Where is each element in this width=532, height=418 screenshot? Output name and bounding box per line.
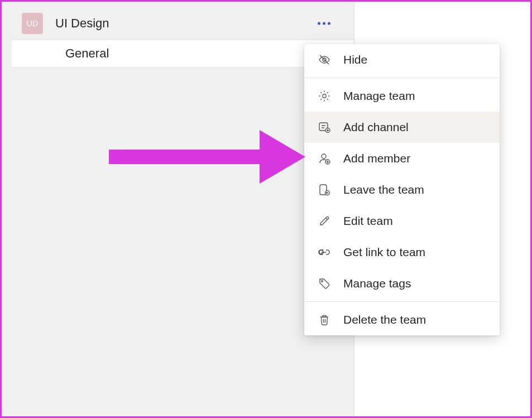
more-icon bbox=[328, 22, 330, 25]
menu-label: Manage tags bbox=[343, 277, 411, 290]
menu-label: Get link to team bbox=[343, 246, 425, 259]
hide-icon bbox=[318, 53, 331, 66]
more-options-button[interactable] bbox=[318, 22, 330, 25]
menu-label: Hide bbox=[343, 53, 367, 66]
team-context-menu: Hide Manage team bbox=[304, 44, 500, 335]
link-icon bbox=[318, 246, 331, 259]
team-name: UI Design bbox=[55, 16, 109, 31]
svg-point-16 bbox=[322, 281, 323, 282]
menu-label: Add member bbox=[343, 152, 410, 165]
menu-label: Edit team bbox=[343, 214, 393, 228]
menu-item-edit-team[interactable]: Edit team bbox=[304, 205, 500, 237]
app-frame: UD UI Design General bbox=[0, 0, 532, 418]
add-channel-icon bbox=[318, 121, 331, 134]
menu-item-get-link[interactable]: Get link to team bbox=[304, 237, 500, 268]
svg-point-9 bbox=[322, 154, 326, 158]
menu-label: Manage team bbox=[343, 89, 415, 103]
gear-icon bbox=[318, 89, 331, 103]
more-icon bbox=[323, 22, 325, 25]
menu-item-manage-tags[interactable]: Manage tags bbox=[304, 268, 500, 299]
menu-separator bbox=[304, 301, 500, 302]
svg-line-15 bbox=[326, 218, 328, 220]
menu-item-leave-team[interactable]: Leave the team bbox=[304, 174, 500, 205]
channel-row-general[interactable]: General bbox=[12, 40, 354, 68]
tag-icon bbox=[318, 277, 331, 290]
svg-point-2 bbox=[323, 94, 326, 98]
teams-sidebar: UD UI Design General bbox=[2, 2, 354, 416]
trash-icon bbox=[318, 313, 331, 326]
channel-name: General bbox=[65, 46, 109, 61]
pencil-icon bbox=[318, 214, 331, 228]
menu-label: Leave the team bbox=[343, 183, 424, 196]
menu-item-add-channel[interactable]: Add channel bbox=[304, 112, 500, 143]
team-avatar: UD bbox=[22, 13, 43, 34]
more-icon bbox=[318, 22, 320, 25]
add-member-icon bbox=[318, 152, 331, 165]
leave-icon bbox=[318, 183, 331, 196]
menu-item-hide[interactable]: Hide bbox=[304, 44, 500, 75]
menu-label: Add channel bbox=[343, 121, 409, 134]
menu-item-add-member[interactable]: Add member bbox=[304, 143, 500, 174]
menu-item-manage-team[interactable]: Manage team bbox=[304, 80, 500, 112]
menu-item-delete-team[interactable]: Delete the team bbox=[304, 304, 500, 335]
team-avatar-initials: UD bbox=[26, 19, 38, 28]
team-row[interactable]: UD UI Design bbox=[12, 9, 354, 37]
menu-label: Delete the team bbox=[343, 313, 426, 326]
sidebar-inner: UD UI Design General bbox=[2, 2, 354, 68]
menu-separator bbox=[304, 78, 500, 78]
